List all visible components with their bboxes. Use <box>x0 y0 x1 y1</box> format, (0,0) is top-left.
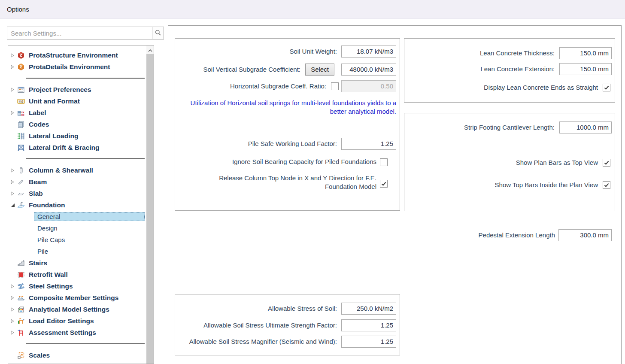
pile-safe-working-load-factor-field[interactable]: 1.25 <box>341 138 396 150</box>
horizontal-subgrade-ratio-checkbox[interactable] <box>331 82 339 90</box>
codes-icon <box>17 121 25 128</box>
steel-icon <box>17 282 25 290</box>
sidebar-item-general[interactable]: General <box>8 211 146 222</box>
show-top-bars-label: Show Top Bars Inside the Plan View <box>495 179 598 191</box>
ignore-soil-bearing-capacity-label: Ignore Soil Bearing Capacity for Piled F… <box>232 156 376 168</box>
scroll-thumb[interactable] <box>146 54 154 364</box>
scroll-up-button[interactable] <box>146 46 154 54</box>
expand-arrow-icon[interactable] <box>11 296 14 300</box>
expand-arrow-icon[interactable] <box>11 53 14 58</box>
lean-concrete-extension-field[interactable]: 150.0 mm <box>559 63 612 75</box>
soil-unit-weight-field[interactable]: 18.07 kN/m3 <box>341 46 396 58</box>
sidebar-item-label: Design <box>34 224 61 233</box>
strip-footing-cantilever-length-field[interactable]: 1000.0 mm <box>559 121 612 133</box>
sidebar-item-column-shearwall[interactable]: Column & Shearwall <box>8 164 146 176</box>
expand-arrow-icon[interactable] <box>11 88 14 92</box>
sidebar-item-label[interactable]: xxxxLabel <box>8 107 146 118</box>
window-title: Options <box>7 6 29 13</box>
sidebar-item-foundation[interactable]: Foundation <box>8 199 146 211</box>
pile-safe-working-load-factor-label: Pile Safe Working Load Factor: <box>248 138 337 150</box>
search-input[interactable] <box>7 27 152 39</box>
lateral-loading-icon <box>17 132 25 140</box>
search-icon <box>155 29 161 37</box>
sidebar-item-load-editor-settings[interactable]: Load Editor Settings <box>8 315 146 327</box>
sidebar-item-label: Unit and Format <box>29 97 80 105</box>
window-title-bar: Options <box>0 0 625 19</box>
sidebar-item-steel-settings[interactable]: Steel Settings <box>8 280 146 292</box>
sidebar-item-protadetails-environment[interactable]: ProtaDetails Environment <box>8 61 146 73</box>
horizontal-springs-note: Utilization of Horizontal soil springs f… <box>176 99 396 116</box>
sidebar-item-beam[interactable]: Beam <box>8 176 146 188</box>
sidebar-item-label: Pile <box>34 247 52 256</box>
pedestal-extension-length-label: Pedestal Extension Length <box>479 229 555 241</box>
partial-icon <box>17 363 25 364</box>
select-subgrade-button[interactable]: Select <box>305 64 334 76</box>
sidebar-item-label: Column & Shearwall <box>29 167 93 174</box>
sidebar-item-label: Slab <box>29 190 43 197</box>
sidebar-item-retrofit-wall[interactable]: Retrofit Wall <box>8 269 146 280</box>
tree-scrollbar[interactable] <box>146 46 154 364</box>
sidebar-item-slab[interactable]: Slab <box>8 188 146 199</box>
tree-separator <box>8 73 146 84</box>
sidebar-item-composite-member-settings[interactable]: Composite Member Settings <box>8 292 146 303</box>
expand-arrow-icon[interactable] <box>11 168 14 173</box>
sidebar-item-label: General <box>34 212 145 221</box>
unit-format-icon: #.0 <box>17 97 25 105</box>
sidebar-item-assessment-settings[interactable]: Assessment Settings <box>8 327 146 338</box>
sidebar-item-unit-and-format[interactable]: #.0Unit and Format <box>8 95 146 107</box>
allowable-ultimate-strength-factor-field[interactable]: 1.25 <box>341 319 396 331</box>
sidebar-item-label: Codes <box>29 121 49 128</box>
chevron-up-icon <box>148 46 152 54</box>
lean-concrete-thickness-field[interactable]: 150.0 mm <box>559 47 612 59</box>
pedestal-extension-length-field[interactable]: 300.0 mm <box>558 229 612 241</box>
beam-icon <box>17 178 25 186</box>
allowable-stress-magnifier-field[interactable]: 1.25 <box>341 336 396 348</box>
sidebar-item-project-preferences[interactable]: Project Preferences <box>8 84 146 95</box>
expand-arrow-icon[interactable] <box>11 191 14 196</box>
ignore-soil-bearing-capacity-checkbox[interactable] <box>380 158 388 166</box>
sidebar-item-scales[interactable]: Scales <box>8 349 146 361</box>
sidebar-item-codes[interactable]: Codes <box>8 118 146 130</box>
expand-arrow-icon[interactable] <box>11 65 14 69</box>
settings-tree: ProtaStructure EnvironmentProtaDetails E… <box>8 45 154 364</box>
sidebar-item-label: Stairs <box>29 259 47 267</box>
search-button[interactable] <box>152 27 164 39</box>
expand-arrow-icon[interactable] <box>11 319 14 323</box>
release-column-top-node-checkbox[interactable] <box>380 180 388 188</box>
sidebar-item-label: Steel Settings <box>29 282 73 290</box>
allowable-stress-group: Allowable Stress of Soil: 250.0 kN/m2 Al… <box>175 294 400 355</box>
sidebar-item-analytical-model-settings[interactable]: Analytical Model Settings <box>8 303 146 315</box>
display-lean-concrete-ends-checkbox[interactable] <box>603 84 610 91</box>
collapse-arrow-icon[interactable] <box>11 203 15 207</box>
sidebar-item-pile[interactable]: Pile <box>8 246 146 257</box>
strip-footing-cantilever-length-label: Strip Footing Cantilever Length: <box>464 121 555 133</box>
sidebar-item-design[interactable]: Design <box>8 222 146 234</box>
allowable-stress-of-soil-field[interactable]: 250.0 kN/m2 <box>341 303 396 315</box>
sidebar-item-lateral-drift-bracing[interactable]: Lateral Drift & Bracing <box>8 142 146 153</box>
sidebar-item-label: ProtaDetails Environment <box>29 63 110 71</box>
assessment-icon <box>17 329 25 337</box>
lean-concrete-group: Lean Concrete Thickness: 150.0 mm Lean C… <box>404 38 615 103</box>
expand-arrow-icon[interactable] <box>11 307 14 312</box>
expand-arrow-icon[interactable] <box>11 331 14 335</box>
expand-arrow-icon[interactable] <box>11 111 14 115</box>
show-top-bars-checkbox[interactable] <box>603 181 610 189</box>
load-editor-icon <box>17 317 25 325</box>
expand-arrow-icon[interactable] <box>11 180 14 184</box>
sidebar-item-partial-item[interactable] <box>8 361 146 364</box>
strip-footing-group: Strip Footing Cantilever Length: 1000.0 … <box>404 113 615 211</box>
soil-vertical-subgrade-field[interactable]: 48000.0 kN/m3 <box>341 64 396 76</box>
expand-arrow-icon[interactable] <box>11 284 14 288</box>
retrofit-wall-icon <box>17 271 25 279</box>
composite-icon <box>17 294 25 302</box>
prota-structure-icon <box>17 52 25 59</box>
sidebar-item-pile-caps[interactable]: Pile Caps <box>8 234 146 246</box>
show-plan-bars-checkbox[interactable] <box>603 159 610 167</box>
sidebar-item-label: Scales <box>29 352 50 359</box>
allowable-stress-of-soil-label: Allowable Stress of Soil: <box>268 303 337 315</box>
sidebar-item-lateral-loading[interactable]: Lateral Loading <box>8 130 146 142</box>
foundation-general-settings-panel: Soil Unit Weight: 18.07 kN/m3 Soil Verti… <box>168 25 622 364</box>
sidebar-item-protastructure-environment[interactable]: ProtaStructure Environment <box>8 49 146 61</box>
slab-icon <box>17 190 25 197</box>
sidebar-item-stairs[interactable]: Stairs <box>8 257 146 269</box>
